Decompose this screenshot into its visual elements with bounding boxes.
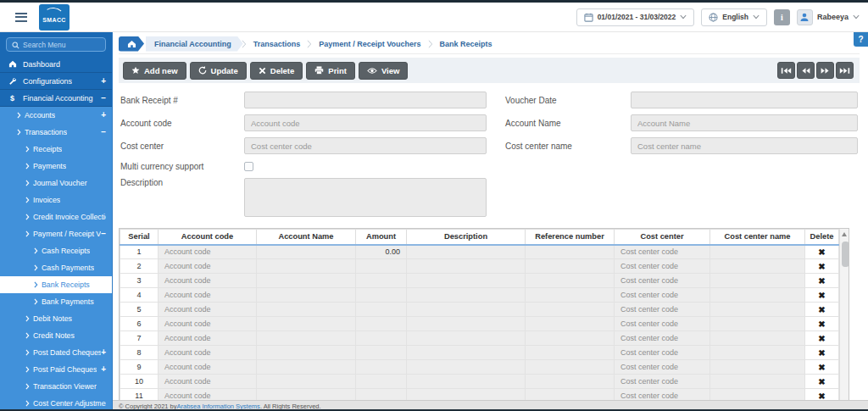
cell-cost-center[interactable]: Cost center code [615,259,710,274]
cell-description[interactable] [407,360,526,375]
sidebar-item-accounts[interactable]: Accounts+ [0,107,112,124]
cell-account-code[interactable]: Account code [159,274,257,288]
cell-cost-center-name[interactable] [710,317,805,331]
delete-row-icon[interactable]: ✖ [818,305,825,314]
bank-receipt-number-field[interactable] [244,92,487,108]
cell-cost-center[interactable]: Cost center code [615,303,710,317]
sidebar-item-credit-notes[interactable]: Credit Notes [0,327,112,344]
cell-description[interactable] [407,259,526,274]
delete-button[interactable]: Delete [250,62,303,80]
scrollbar-track[interactable] [840,240,849,411]
cell-account-name[interactable] [257,360,356,375]
cell-amount[interactable] [356,303,407,317]
help-button[interactable]: ? [854,32,868,47]
cell-cost-center-name[interactable] [710,259,805,274]
arabsea-link[interactable]: Arabsea Information Systems [176,403,259,410]
scrollbar-thumb[interactable] [842,242,849,267]
cell-account-code[interactable]: Account code [159,317,257,331]
delete-row-icon[interactable]: ✖ [818,348,825,358]
delete-row-icon[interactable]: ✖ [818,392,825,401]
sidebar-item-bank-receipts[interactable]: Bank Receipts [0,276,112,293]
expand-plus-icon[interactable]: + [101,77,106,86]
cell-description[interactable] [407,331,526,346]
sidebar-item-cash-receipts[interactable]: Cash Receipts [0,242,112,259]
cost-center-name-field[interactable] [631,137,858,154]
cell-reference-number[interactable] [526,288,615,303]
sidebar-item-receipts[interactable]: Receipts [0,141,112,158]
cell-amount[interactable] [356,317,407,331]
cell-cost-center[interactable]: Cost center code [615,375,710,389]
sidebar-item-payments[interactable]: Payments [0,158,112,175]
cell-account-code[interactable]: Account code [159,346,257,360]
cell-reference-number[interactable] [526,259,615,274]
breadcrumb-item-payment-receipt-vouchers[interactable]: Payment / Receipt Vouchers [310,36,429,52]
cell-reference-number[interactable] [526,346,615,360]
nav-next-button[interactable] [816,62,834,79]
sidebar-item-cash-payments[interactable]: Cash Payments [0,259,112,276]
cell-cost-center-name[interactable] [710,303,805,317]
cell-account-code[interactable]: Account code [159,259,257,274]
date-range-selector[interactable]: 01/01/2021 - 31/03/2022 [576,8,695,26]
table-scrollbar[interactable] [839,229,849,411]
expand-plus-icon[interactable]: + [101,348,106,357]
cell-description[interactable] [407,303,526,317]
cell-cost-center[interactable]: Cost center code [615,274,710,288]
cell-reference-number[interactable] [526,274,615,288]
update-button[interactable]: Update [190,62,247,80]
account-name-field[interactable] [631,114,858,131]
nav-first-button[interactable] [777,62,795,79]
cell-reference-number[interactable] [526,245,615,259]
home-icon[interactable] [119,36,144,52]
cell-description[interactable] [407,317,526,331]
cell-cost-center[interactable]: Cost center code [615,346,710,360]
sidebar-item-credit-invoice-collection[interactable]: Credit Invoice Collection [0,208,112,225]
cell-account-code[interactable]: Account code [159,331,257,346]
cell-amount[interactable] [356,274,407,288]
cell-amount[interactable] [356,259,407,274]
cell-description[interactable] [407,375,526,389]
delete-row-icon[interactable]: ✖ [818,262,825,271]
delete-row-icon[interactable]: ✖ [818,319,825,329]
delete-row-icon[interactable]: ✖ [818,276,825,286]
breadcrumb-item-financial-accounting[interactable]: Financial Accounting [146,36,243,52]
cell-description[interactable] [407,288,526,303]
cost-center-field[interactable] [244,137,487,154]
cell-cost-center[interactable]: Cost center code [615,245,710,259]
delete-row-icon[interactable]: ✖ [818,363,825,372]
cell-account-name[interactable] [257,274,356,288]
cell-account-name[interactable] [257,317,356,331]
sidebar-item-bank-payments[interactable]: Bank Payments [0,293,112,310]
cell-cost-center-name[interactable] [710,360,805,375]
sidebar-item-invoices[interactable]: Invoices [0,192,112,208]
nav-last-button[interactable] [836,62,854,79]
delete-row-icon[interactable]: ✖ [818,291,825,300]
cell-cost-center-name[interactable] [710,331,805,346]
cell-account-name[interactable] [257,303,356,317]
cell-reference-number[interactable] [526,360,615,375]
cell-reference-number[interactable] [526,375,615,389]
sidebar-item-journal-voucher[interactable]: Journal Voucher [0,175,112,192]
cell-cost-center[interactable]: Cost center code [615,288,710,303]
cell-cost-center-name[interactable] [710,288,805,303]
sidebar-item-cost-center-adjustment[interactable]: Cost Center Adjustment [0,395,112,411]
cell-amount[interactable] [356,288,407,303]
collapse-minus-icon[interactable]: − [101,128,106,136]
cell-account-code[interactable]: Account code [159,288,257,303]
expand-plus-icon[interactable]: + [101,365,106,374]
account-code-field[interactable] [244,114,487,131]
sidebar-item-configurations[interactable]: Configurations+ [0,73,112,90]
view-button[interactable]: View [359,62,408,80]
cell-account-name[interactable] [257,375,356,389]
add-new-button[interactable]: Add new [123,62,186,80]
cell-cost-center[interactable]: Cost center code [615,317,710,331]
sidebar-item-financial-accounting[interactable]: $Financial Accounting− [0,90,112,107]
smacc-logo[interactable]: SMACC [39,4,70,31]
sidebar-item-debit-notes[interactable]: Debit Notes [0,310,112,327]
cell-cost-center-name[interactable] [710,346,805,360]
cell-account-code[interactable]: Account code [159,375,257,389]
sidebar-item-post-dated-cheques[interactable]: Post Dated Cheques+ [0,344,112,361]
cell-cost-center-name[interactable] [710,245,805,259]
search-input[interactable] [23,41,99,49]
cell-account-name[interactable] [257,288,356,303]
print-button[interactable]: Print [306,62,355,80]
